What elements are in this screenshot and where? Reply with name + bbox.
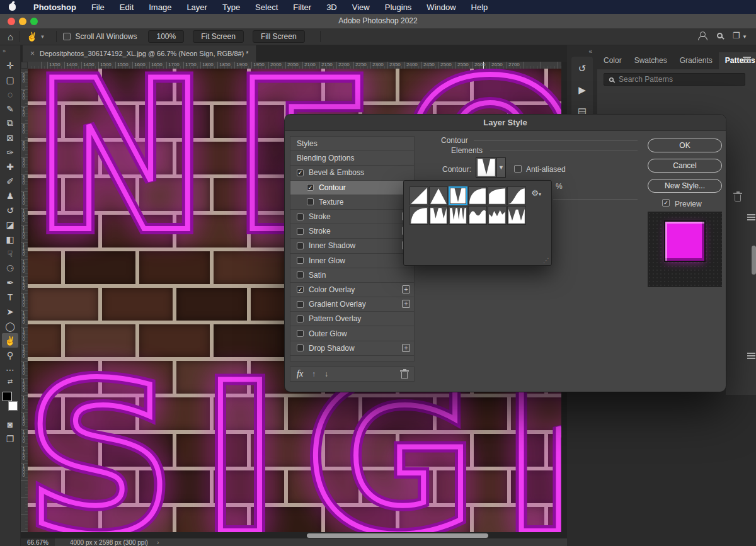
eraser-tool-icon[interactable]: ◪ — [2, 217, 18, 232]
apple-logo-icon[interactable] — [9, 3, 16, 11]
type-tool-icon[interactable]: T — [2, 290, 18, 304]
background-color-swatch[interactable] — [8, 401, 18, 411]
move-effect-up-icon[interactable]: ↑ — [312, 370, 316, 378]
contour-preset-half-round[interactable] — [410, 206, 428, 225]
menu-window[interactable]: Window — [427, 3, 455, 12]
style-checkbox[interactable] — [297, 228, 304, 235]
menu-filter[interactable]: Filter — [293, 3, 311, 12]
style-row-blending-options[interactable]: Blending Options — [290, 151, 414, 166]
lasso-tool-icon[interactable]: ◌ — [2, 87, 18, 101]
contour-preset-cone-inverted[interactable] — [449, 186, 467, 205]
zoom-tool-icon[interactable]: ⚲ — [2, 348, 18, 362]
eyedropper-tool-icon[interactable]: ✑ — [2, 145, 18, 159]
style-checkbox[interactable] — [297, 169, 304, 176]
style-row-pattern-overlay[interactable]: Pattern Overlay — [290, 312, 414, 326]
style-checkbox[interactable] — [297, 242, 304, 249]
menu-image[interactable]: Image — [149, 3, 171, 12]
style-checkbox[interactable] — [307, 198, 314, 205]
smudge-tool-icon[interactable]: ☟ — [2, 246, 18, 261]
tab-swatches[interactable]: Swatches — [628, 52, 673, 69]
foreground-color-swatch[interactable] — [3, 392, 12, 401]
style-checkbox[interactable] — [297, 257, 304, 264]
clone-stamp-tool-icon[interactable]: ♟ — [2, 188, 18, 203]
style-checkbox[interactable] — [297, 344, 304, 351]
style-row-stroke[interactable]: Stroke+ — [290, 224, 414, 239]
new-style-button[interactable]: New Style... — [648, 179, 722, 193]
fit-screen-button[interactable]: Fit Screen — [193, 30, 244, 43]
menu-type[interactable]: Type — [222, 3, 240, 12]
menu-plugins[interactable]: Plugins — [385, 3, 412, 12]
style-checkbox[interactable] — [297, 213, 304, 220]
delete-pattern-icon[interactable] — [735, 195, 741, 202]
style-row-inner-glow[interactable]: Inner Glow — [290, 254, 414, 268]
patterns-panel-menu-icon[interactable] — [743, 57, 751, 63]
document-tab[interactable]: × Depositphotos_306174192_XL.jpg @ 66.7%… — [23, 45, 257, 62]
color-swatches[interactable] — [2, 392, 18, 411]
fx-menu-icon[interactable]: fx — [297, 369, 303, 379]
contour-preset-sawtooth[interactable] — [488, 206, 507, 225]
expand-toolbar-icon[interactable]: » — [0, 48, 6, 54]
screen-mode-icon[interactable]: ❐ — [2, 431, 18, 446]
panel-scrollbar-thumb[interactable] — [752, 246, 756, 275]
menu-layer[interactable]: Layer — [186, 3, 207, 12]
menu-view[interactable]: View — [352, 3, 370, 12]
menu-file[interactable]: File — [91, 3, 105, 12]
style-row-contour[interactable]: Contour — [290, 181, 414, 195]
path-selection-tool-icon[interactable]: ➤ — [2, 304, 18, 319]
shape-tool-icon[interactable]: ◯ — [2, 319, 18, 333]
contour-preset-rolling-slope-descending[interactable] — [468, 206, 487, 225]
actions-panel-icon[interactable]: ▶ — [578, 84, 586, 96]
hand-tool-icon[interactable]: ✌ — [2, 333, 18, 348]
menu-select[interactable]: Select — [255, 3, 278, 12]
move-tool-icon[interactable]: ✛ — [2, 58, 18, 72]
add-instance-icon[interactable]: + — [402, 300, 410, 308]
spot-healing-brush-tool-icon[interactable]: ✚ — [2, 159, 18, 174]
rectangular-marquee-tool-icon[interactable]: ▢ — [2, 72, 18, 87]
search-icon[interactable] — [717, 33, 723, 38]
cancel-button[interactable]: Cancel — [648, 159, 722, 173]
menu-edit[interactable]: Edit — [120, 3, 134, 12]
contour-dropdown-chevron-icon[interactable]: ▼ — [497, 157, 506, 178]
style-row-styles[interactable]: Styles — [290, 137, 414, 151]
menu-3d[interactable]: 3D — [326, 3, 337, 12]
home-icon[interactable]: ⌂ — [8, 31, 13, 42]
style-checkbox[interactable] — [297, 330, 304, 337]
style-row-satin[interactable]: Satin — [290, 268, 414, 283]
dialog-title[interactable]: Layer Style — [285, 115, 726, 131]
history-panel-icon[interactable]: ↺ — [578, 63, 587, 74]
close-tab-icon[interactable]: × — [30, 49, 35, 58]
history-brush-tool-icon[interactable]: ↺ — [2, 203, 18, 217]
picker-settings-gear-icon[interactable]: ⚙▾ — [531, 188, 541, 198]
collapse-panels-icon[interactable]: « — [588, 48, 592, 55]
menu-help[interactable]: Help — [471, 3, 488, 12]
tool-preset-chevron-icon[interactable]: ▼ — [40, 34, 45, 40]
style-row-stroke[interactable]: Stroke+ — [290, 210, 414, 224]
add-instance-icon[interactable]: + — [402, 344, 410, 352]
patterns-search-input[interactable]: Search Patterns — [604, 73, 745, 86]
frame-tool-icon[interactable]: ⊠ — [2, 130, 18, 145]
tab-gradients[interactable]: Gradients — [673, 52, 719, 69]
status-chevron-icon[interactable]: › — [157, 539, 159, 546]
contour-preset-ring[interactable] — [429, 206, 448, 225]
contour-thumbnail[interactable] — [476, 157, 497, 178]
style-checkbox[interactable] — [297, 286, 304, 293]
style-row-outer-glow[interactable]: Outer Glow — [290, 326, 414, 341]
scroll-all-windows-checkbox[interactable] — [63, 33, 71, 40]
brush-tool-icon[interactable]: ✐ — [2, 174, 18, 188]
preview-checkbox[interactable] — [662, 199, 670, 207]
fill-screen-button[interactable]: Fill Screen — [253, 30, 305, 43]
dodge-tool-icon[interactable]: ⚆ — [2, 261, 18, 275]
panel-menu-icon[interactable] — [747, 214, 755, 220]
zoom-level-field[interactable]: 66.67% — [21, 538, 55, 546]
style-row-texture[interactable]: Texture — [290, 195, 414, 210]
style-checkbox[interactable] — [297, 271, 304, 278]
zoom-100-button[interactable]: 100% — [148, 30, 184, 43]
ruler-origin-corner[interactable] — [21, 62, 28, 69]
resize-grip-icon[interactable]: ⋰ — [543, 257, 549, 264]
crop-tool-icon[interactable]: ⧉ — [2, 116, 18, 130]
contour-preset-ring-contour[interactable] — [507, 206, 526, 225]
contour-preset-gaussian[interactable] — [507, 186, 526, 205]
workspace-switcher-icon[interactable]: ❐ ▼ — [733, 31, 747, 40]
edit-toolbar-icon[interactable]: ⋯ — [2, 362, 18, 377]
pen-tool-icon[interactable]: ✒ — [2, 275, 18, 290]
